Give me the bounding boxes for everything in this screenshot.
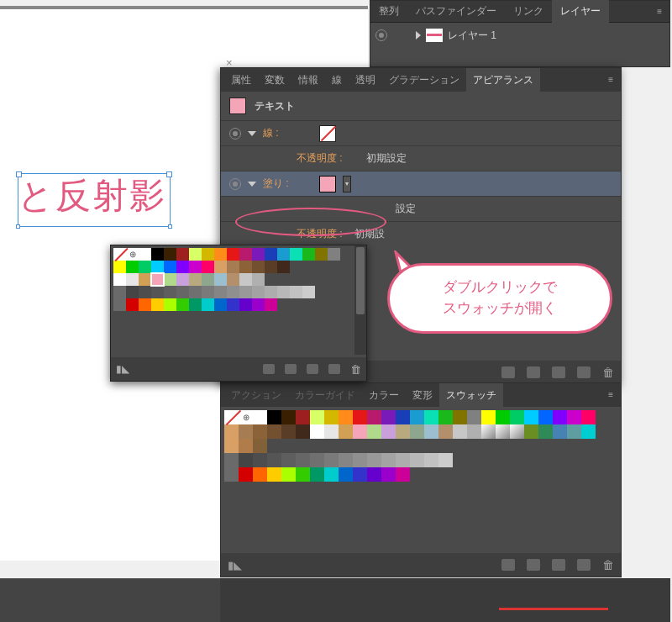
swatch[interactable] [302,286,315,298]
swatch[interactable] [296,467,310,482]
swatch[interactable] [214,298,227,311]
swatch[interactable] [126,286,139,298]
tab-layers[interactable]: レイヤー [552,0,609,23]
swatch[interactable] [176,261,189,273]
swatch[interactable] [310,467,324,482]
swatch[interactable] [176,273,189,286]
trash-icon[interactable]: 🗑 [350,363,361,376]
swatch[interactable] [290,286,302,298]
swatch[interactable] [176,286,189,298]
tab-actions[interactable]: アクション [224,383,288,407]
new-icon[interactable] [501,366,515,378]
swatch[interactable] [214,248,227,261]
tab-stroke[interactable]: 線 [325,68,349,92]
folder-icon[interactable] [307,364,318,374]
swatch[interactable] [113,261,126,273]
tab-gradient[interactable]: グラデーション [382,68,466,92]
swatch[interactable] [496,424,510,439]
swatch[interactable] [353,467,367,482]
tab-swatches[interactable]: スウォッチ [439,383,503,407]
duplicate-icon[interactable] [527,366,540,378]
swatch[interactable] [481,424,496,439]
swatch[interactable] [126,261,139,273]
tab-attributes[interactable]: 属性 [224,68,258,92]
swatch[interactable] [296,424,310,439]
swatch[interactable] [324,467,339,482]
swatch[interactable] [252,286,265,298]
swatch[interactable] [424,424,438,439]
swatch[interactable] [581,424,596,439]
swatch[interactable] [453,424,467,439]
swatch[interactable] [553,410,567,424]
swatch[interactable] [310,410,324,424]
palette-menu-icon[interactable]: ≡ [650,0,669,23]
swatch[interactable] [277,286,290,298]
swatch[interactable] [224,424,239,439]
swatch[interactable] [265,298,277,311]
swatch[interactable] [202,261,214,273]
new-group-icon[interactable] [527,559,540,571]
swatch[interactable] [324,424,339,439]
swatch[interactable] [252,261,265,273]
swatch[interactable] [296,453,310,467]
swatch[interactable] [438,424,453,439]
swatch[interactable] [315,248,328,261]
stroke-opacity-row[interactable]: 不透明度 : 初期設定 [221,145,621,171]
visibility-icon[interactable] [229,128,241,140]
swatch[interactable] [424,410,438,424]
tab-info[interactable]: 情報 [291,68,325,92]
swatch[interactable] [267,410,281,424]
swatch[interactable] [239,298,252,311]
swatch[interactable] [410,424,424,439]
folder-icon[interactable] [113,298,126,311]
swatch[interactable] [281,467,296,482]
swatch[interactable] [438,410,453,424]
swatch[interactable] [524,424,538,439]
new-icon[interactable] [328,364,340,374]
swatch[interactable] [239,439,253,453]
swatch[interactable] [214,261,227,273]
swatch[interactable] [113,273,126,286]
swatch[interactable] [328,248,340,261]
swatch[interactable] [113,248,126,261]
swatch[interactable] [281,453,296,467]
swatch[interactable] [239,261,252,273]
swatch[interactable] [227,261,239,273]
swatch[interactable]: ⊕ [126,248,139,261]
swatch[interactable] [189,286,202,298]
layer-row[interactable]: レイヤー 1 [370,23,669,48]
swatch[interactable] [224,410,239,424]
palette-menu-icon[interactable]: ≡ [601,68,621,92]
swatch[interactable] [581,410,596,424]
swatch[interactable] [176,248,189,261]
swatch[interactable] [524,410,538,424]
swatch[interactable] [253,424,267,439]
swatch[interactable] [324,410,339,424]
close-icon[interactable]: × [226,56,233,69]
swatch[interactable] [214,273,227,286]
swatch[interactable] [367,424,381,439]
swatch[interactable] [339,424,353,439]
swatch[interactable] [214,286,227,298]
swatch[interactable] [353,424,367,439]
swatch[interactable] [202,286,214,298]
swatch[interactable] [252,273,265,286]
swatch[interactable] [553,424,567,439]
swatch[interactable] [151,298,164,311]
swatch[interactable] [396,453,410,467]
swatch[interactable] [265,248,277,261]
swatch[interactable] [410,410,424,424]
swatch[interactable] [164,248,176,261]
swatch[interactable] [139,286,151,298]
folder-icon[interactable] [552,366,565,378]
swatch[interactable] [567,424,581,439]
swatch[interactable] [139,248,151,261]
swatch[interactable] [281,424,296,439]
folder-icon[interactable] [552,559,565,571]
swatch[interactable] [367,410,381,424]
swatch[interactable] [252,298,265,311]
swatch[interactable] [510,424,524,439]
swatch[interactable] [239,286,252,298]
swatch[interactable] [296,410,310,424]
swatch[interactable] [302,248,315,261]
